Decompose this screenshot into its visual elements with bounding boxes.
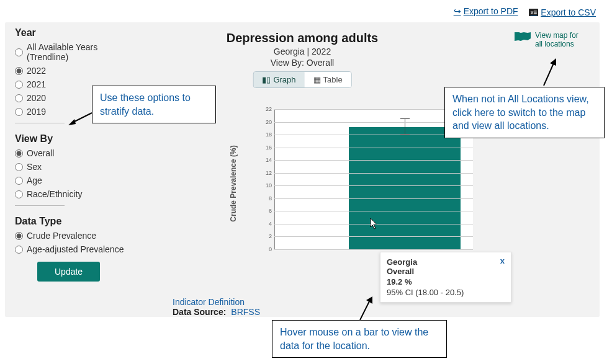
datatype-option[interactable]: Crude Prevalence [15,231,139,241]
chart-header: Depression among adults Georgia | 2022 V… [227,31,379,88]
tooltip-close[interactable]: x [500,256,505,265]
viewby-option[interactable]: Overall [15,148,139,158]
graph-tab[interactable]: ▮▯Graph [253,72,304,87]
graph-table-toggle: ▮▯Graph ▦Table [253,71,351,88]
export-pdf-link[interactable]: ↪Export to PDF [454,6,518,16]
datatype-group-title: Data Type [15,216,139,227]
data-source-label: Data Source: [173,307,226,317]
viewby-option[interactable]: Age [15,175,139,185]
callout-hover: Hover mouse on a bar to view the data fo… [272,320,447,358]
year-group-title: Year [15,27,139,38]
table-tab[interactable]: ▦Table [305,72,351,87]
filter-sidebar: Year All Available Years (Trendline) 202… [5,22,149,317]
indicator-definition-link[interactable]: Indicator Definition [173,297,245,307]
tooltip-ci: 95% CI (18.00 - 20.5) [387,288,505,297]
share-icon: ↪ [454,6,461,16]
viewby-option[interactable]: Sex [15,162,139,172]
bar-chart-icon: ▮▯ [262,75,271,84]
map-icon [514,31,531,42]
bar-georgia[interactable] [349,127,461,249]
view-map-all-locations[interactable]: View map forall locations [514,31,588,49]
bar-chart[interactable]: Crude Prevalence (%) 0246810121416182022 [250,109,473,258]
error-bar [405,118,405,135]
y-axis-label: Crude Prevalence (%) [229,145,238,221]
chart-subtitle-viewby: View By: Overall [227,58,379,68]
update-button[interactable]: Update [37,262,100,282]
callout-stratify: Use these options to stratify data. [92,86,216,123]
table-icon: ▦ [313,75,321,84]
spreadsheet-icon: x≣ [529,9,538,16]
year-option[interactable]: All Available Years (Trendline) [15,42,139,62]
data-source-link[interactable]: BRFSS [231,307,260,317]
tooltip-value: 19.2 % [387,277,505,286]
bar-tooltip: x Georgia Overall 19.2 % 95% CI (18.00 -… [380,252,511,303]
tooltip-location: Georgia [387,257,505,267]
viewby-group-title: View By [15,133,139,144]
datatype-option[interactable]: Age-adjusted Prevalence [15,244,139,254]
year-option[interactable]: 2022 [15,66,139,76]
callout-maplink: When not in All Locations view, click he… [444,87,605,138]
chart-title: Depression among adults [227,31,379,45]
export-csv-link[interactable]: x≣Export to CSV [529,7,596,17]
tooltip-stratum: Overall [387,267,505,276]
chart-subtitle-location: Georgia | 2022 [227,47,379,56]
viewby-option[interactable]: Race/Ethnicity [15,189,139,199]
